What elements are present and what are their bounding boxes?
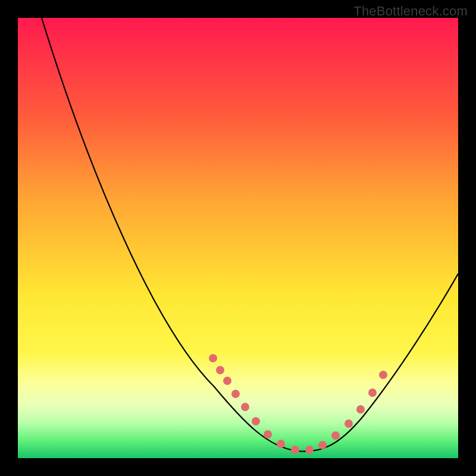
svg-point-12 — [345, 419, 353, 428]
svg-point-0 — [209, 354, 217, 362]
svg-point-15 — [379, 371, 387, 379]
svg-point-5 — [252, 417, 260, 425]
highlight-dots — [209, 354, 387, 454]
svg-point-3 — [231, 390, 240, 398]
chart-frame: TheBottleneck.com — [0, 0, 476, 476]
svg-point-13 — [356, 405, 365, 414]
bottleneck-curve — [42, 18, 458, 452]
svg-point-14 — [368, 389, 377, 397]
svg-point-10 — [318, 441, 327, 449]
plot-area — [18, 18, 458, 458]
svg-point-11 — [331, 431, 340, 440]
svg-point-2 — [223, 377, 231, 385]
svg-point-6 — [264, 430, 272, 439]
svg-point-4 — [241, 403, 249, 411]
watermark-text: TheBottleneck.com — [353, 4, 468, 19]
svg-point-8 — [291, 446, 299, 454]
curve-svg — [18, 18, 458, 458]
svg-point-1 — [216, 366, 224, 374]
svg-point-7 — [277, 440, 285, 448]
svg-point-9 — [305, 446, 314, 454]
